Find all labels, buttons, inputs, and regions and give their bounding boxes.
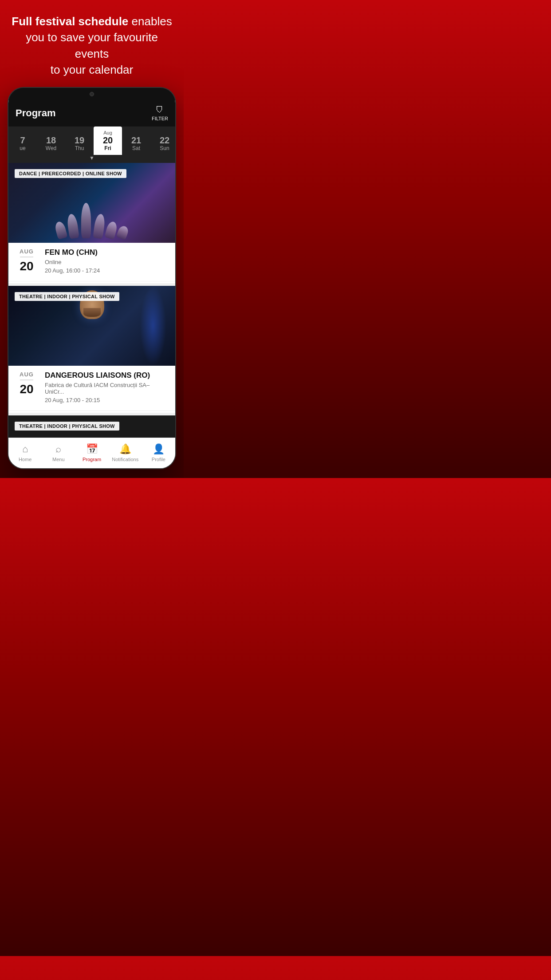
date-item-22[interactable]: 22 Sun bbox=[150, 126, 175, 155]
nav-item-profile[interactable]: 👤 Profile bbox=[142, 442, 175, 464]
hero-section: Full festival schedule enables you to sa… bbox=[0, 0, 184, 87]
hero-line2: you to save your favourite events bbox=[26, 31, 158, 60]
date-item-18[interactable]: 18 Wed bbox=[37, 126, 65, 155]
camera-dot bbox=[90, 92, 94, 96]
hero-rest: enables bbox=[128, 15, 172, 28]
filter-icon: ⛉ bbox=[156, 106, 164, 115]
event-tag-dance: DANCE | PRERECORDED | ONLINE SHOW bbox=[15, 169, 126, 178]
nav-item-home[interactable]: ⌂ Home bbox=[8, 442, 42, 464]
event-venue-dance: Online bbox=[45, 259, 168, 265]
blue-light bbox=[140, 286, 166, 366]
date-nav: 7 ue 18 Wed 19 Thu Aug 20 bbox=[8, 126, 175, 155]
dance-visual bbox=[8, 185, 175, 243]
filter-button[interactable]: ⛉ FILTER bbox=[152, 106, 168, 121]
event-date-col-theatre: AUG 20 bbox=[16, 371, 38, 403]
event-image-dance: DANCE | PRERECORDED | ONLINE SHOW bbox=[8, 163, 175, 243]
dancer-6 bbox=[116, 225, 130, 240]
app-header: Program ⛉ FILTER bbox=[8, 100, 175, 126]
nav-item-notifications[interactable]: 🔔 Notifications bbox=[109, 442, 142, 464]
actor-beard bbox=[83, 308, 101, 317]
event-time-theatre: 20 Aug, 17:00 - 20:15 bbox=[45, 397, 168, 403]
nav-label-profile: Profile bbox=[152, 457, 165, 462]
calendar-icon: 📅 bbox=[86, 443, 98, 455]
actor-body bbox=[74, 317, 110, 357]
event-date-col-dance: AUG 20 bbox=[16, 248, 38, 274]
filter-label: FILTER bbox=[152, 116, 168, 121]
theatre-actor bbox=[65, 290, 118, 361]
event-image-theatre: THEATRE | INDOOR | PHYSICAL SHOW bbox=[8, 286, 175, 366]
nav-item-program[interactable]: 📅 Program bbox=[75, 442, 108, 464]
phone-frame: Program ⛉ FILTER 7 ue 18 Wed bbox=[8, 87, 176, 469]
event-month-dance: AUG bbox=[20, 248, 34, 255]
event-month-theatre: AUG bbox=[20, 371, 34, 378]
dancer-1 bbox=[54, 221, 67, 240]
event-tag-theatre: THEATRE | INDOOR | PHYSICAL SHOW bbox=[15, 292, 119, 301]
event-name-theatre: DANGEROUS LIAISONS (RO) bbox=[45, 371, 168, 380]
event-info-dance: AUG 20 FEN MO (CHN) Online 20 Aug, 16:00… bbox=[8, 243, 175, 281]
home-icon: ⌂ bbox=[22, 443, 28, 455]
bell-icon: 🔔 bbox=[119, 443, 131, 455]
date-item-21[interactable]: 21 Sat bbox=[122, 126, 150, 155]
event-details-dance: FEN MO (CHN) Online 20 Aug, 16:00 - 17:2… bbox=[45, 248, 168, 274]
event-card-partial-bg: THEATRE | INDOOR | PHYSICAL SHOW bbox=[8, 415, 175, 438]
date-chevron-icon: ▼ bbox=[89, 155, 94, 161]
event-card-theatre-2[interactable]: THEATRE | INDOOR | PHYSICAL SHOW bbox=[8, 415, 175, 438]
event-day-dance: 20 bbox=[20, 259, 33, 273]
phone-notch bbox=[8, 88, 175, 100]
app-title: Program bbox=[16, 107, 55, 119]
event-day-line-theatre bbox=[20, 379, 33, 380]
hero-bold: Full festival schedule bbox=[12, 15, 128, 28]
nav-label-program: Program bbox=[83, 457, 101, 462]
person-icon: 👤 bbox=[153, 443, 165, 455]
search-icon: ⌕ bbox=[55, 443, 61, 455]
nav-label-menu: Menu bbox=[52, 457, 65, 462]
date-nav-wrapper: 7 ue 18 Wed 19 Thu Aug 20 bbox=[8, 126, 175, 163]
dancer-2 bbox=[66, 213, 79, 239]
nav-item-menu[interactable]: ⌕ Menu bbox=[42, 442, 75, 464]
event-details-theatre: DANGEROUS LIAISONS (RO) Fabrica de Cultu… bbox=[45, 371, 168, 403]
event-info-theatre: AUG 20 DANGEROUS LIAISONS (RO) Fabrica d… bbox=[8, 366, 175, 411]
dancer-3 bbox=[81, 203, 91, 238]
nav-label-notifications: Notifications bbox=[112, 457, 138, 462]
event-day-line-dance bbox=[20, 257, 33, 257]
dancer-4 bbox=[93, 213, 106, 239]
date-item-19[interactable]: 19 Thu bbox=[65, 126, 94, 155]
event-card-dance[interactable]: DANCE | PRERECORDED | ONLINE SHOW AUG 20… bbox=[8, 163, 175, 281]
dancer-5 bbox=[104, 221, 118, 240]
event-tag-theatre-2: THEATRE | INDOOR | PHYSICAL SHOW bbox=[15, 422, 119, 431]
app-screen: Program ⛉ FILTER 7 ue 18 Wed bbox=[8, 100, 175, 468]
event-card-theatre[interactable]: THEATRE | INDOOR | PHYSICAL SHOW AUG 20 … bbox=[8, 286, 175, 411]
date-item-17[interactable]: 7 ue bbox=[8, 126, 37, 155]
event-venue-theatre: Fabrica de Cultură IACM Construcții SA– … bbox=[45, 382, 168, 395]
event-name-dance: FEN MO (CHN) bbox=[45, 248, 168, 257]
hero-line3: to your calendar bbox=[51, 63, 133, 76]
event-day-theatre: 20 bbox=[20, 382, 33, 396]
nav-label-home: Home bbox=[19, 457, 31, 462]
date-item-20[interactable]: Aug 20 Fri bbox=[94, 126, 122, 155]
bottom-nav: ⌂ Home ⌕ Menu 📅 Program 🔔 Notifications … bbox=[8, 438, 175, 468]
event-time-dance: 20 Aug, 16:00 - 17:24 bbox=[45, 267, 168, 274]
